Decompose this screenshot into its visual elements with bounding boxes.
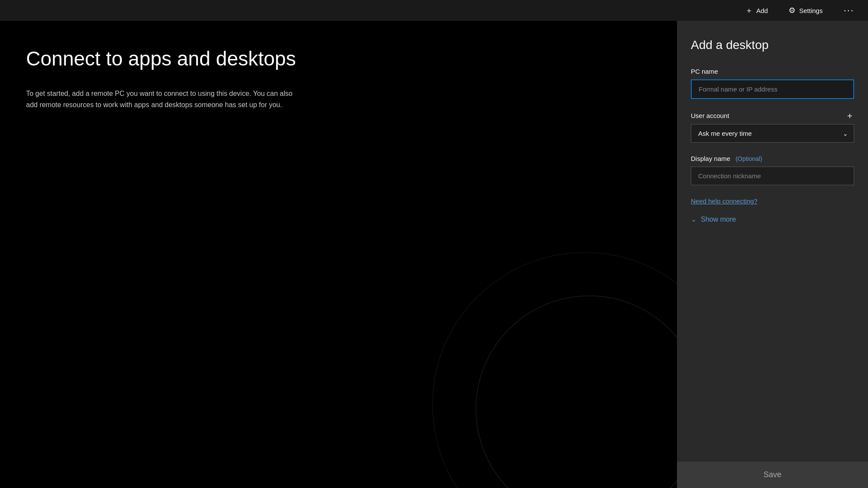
topbar: ＋ Add ⚙ Settings ···	[0, 0, 868, 21]
pc-name-input[interactable]	[691, 79, 854, 99]
more-icon: ···	[844, 5, 854, 16]
page-title: Connect to apps and desktops	[26, 47, 651, 71]
add-user-account-button[interactable]: ＋	[845, 111, 854, 120]
add-label: Add	[756, 7, 768, 14]
left-panel: Connect to apps and desktops To get star…	[0, 21, 677, 488]
user-account-select-wrapper: Ask me every time Add user account ⌄	[691, 124, 854, 143]
display-name-input[interactable]	[691, 167, 854, 185]
settings-button[interactable]: ⚙ Settings	[785, 4, 826, 17]
show-more-label: Show more	[701, 216, 736, 223]
display-name-group: Display name (Optional)	[691, 155, 854, 185]
add-icon: ＋	[745, 5, 753, 16]
chevron-down-icon: ⌄	[691, 215, 696, 223]
panel-title: Add a desktop	[691, 38, 854, 52]
user-account-group: User account ＋ Ask me every time Add use…	[691, 111, 854, 143]
user-account-label: User account ＋	[691, 111, 854, 120]
page-description: To get started, add a remote PC you want…	[26, 88, 304, 110]
show-more-button[interactable]: ⌄ Show more	[691, 215, 854, 223]
save-bar: Save	[677, 462, 868, 488]
save-button[interactable]: Save	[691, 470, 854, 479]
display-name-optional: (Optional)	[736, 155, 762, 162]
right-panel: Add a desktop PC name User account ＋ Ask…	[677, 21, 868, 488]
pc-name-group: PC name	[691, 68, 854, 99]
display-name-label: Display name (Optional)	[691, 155, 854, 162]
main-content: Connect to apps and desktops To get star…	[0, 21, 868, 488]
more-button[interactable]: ···	[840, 3, 858, 18]
settings-label: Settings	[799, 7, 822, 14]
pc-name-label: PC name	[691, 68, 854, 75]
add-button[interactable]: ＋ Add	[742, 3, 772, 17]
gear-icon: ⚙	[789, 6, 795, 15]
user-account-select[interactable]: Ask me every time Add user account	[691, 124, 854, 143]
help-link[interactable]: Need help connecting?	[691, 197, 854, 205]
